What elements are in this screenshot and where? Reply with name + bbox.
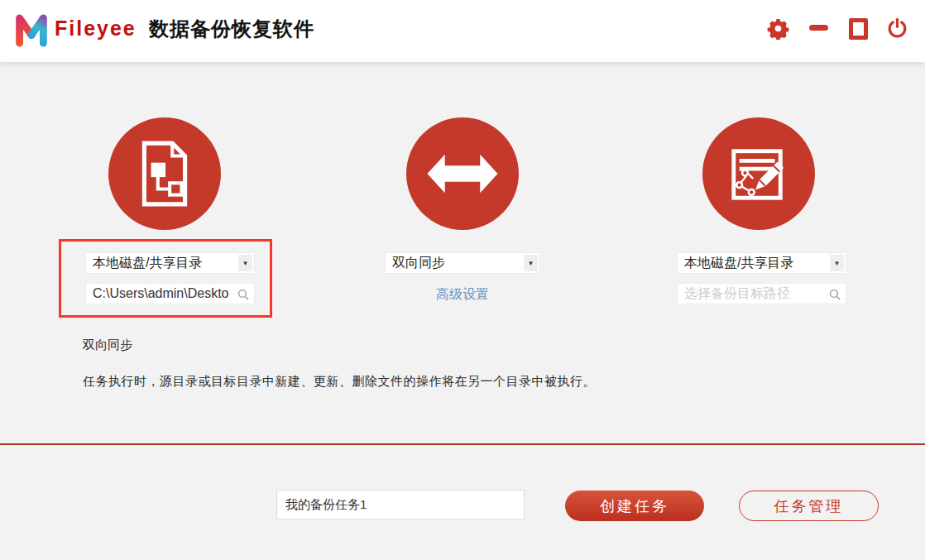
manage-tasks-button[interactable]: 任务管理 [739,491,879,521]
task-name-input[interactable] [276,490,525,519]
chevron-down-icon[interactable]: ▾ [524,255,538,271]
chevron-down-icon[interactable]: ▾ [238,255,252,271]
target-type-value: 本地磁盘/共享目录 [684,253,793,273]
two-way-arrow-icon [423,150,502,198]
red-divider [0,443,925,445]
source-type-value: 本地磁盘/共享目录 [93,253,202,273]
sync-mode-select[interactable]: 双向同步 ▾ [385,252,540,274]
create-task-button[interactable]: 创建任务 [565,491,704,521]
close-button[interactable] [886,17,908,43]
sync-mode-value: 双向同步 [392,253,445,273]
fileyee-window: Fileyee 数据备份恢复软件 [0,0,925,560]
title-bar: Fileyee 数据备份恢复软件 [0,0,925,62]
source-selection-highlight [59,239,272,318]
search-icon[interactable] [829,289,841,300]
target-circle[interactable] [702,117,815,230]
app-title: 数据备份恢复软件 [149,16,314,42]
source-circle[interactable] [108,117,221,230]
advanced-settings-link[interactable]: 高级设置 [385,286,540,304]
search-icon[interactable] [237,289,249,300]
target-path-box [677,283,846,304]
maximize-button[interactable] [849,18,868,40]
target-type-select[interactable]: 本地磁盘/共享目录 ▾ [677,252,846,274]
brand-name: Fileyee [55,17,137,41]
settings-button[interactable] [767,17,789,43]
mode-info-title: 双向同步 [83,337,132,353]
minimize-button[interactable] [809,25,828,31]
power-icon [886,17,908,40]
fileyee-logo-icon [12,7,51,54]
sync-mode-circle[interactable] [406,117,519,230]
source-type-select[interactable]: 本地磁盘/共享目录 ▾ [85,252,255,274]
document-edit-icon [728,143,789,204]
chevron-down-icon[interactable]: ▾ [830,255,844,271]
document-flowchart-icon [139,140,190,208]
mode-info-description: 任务执行时，源目录或目标目录中新建、更新、删除文件的操作将在另一个目录中被执行。 [83,374,596,390]
target-path-input[interactable] [678,284,846,304]
source-path-box [85,283,255,304]
source-path-input[interactable] [86,284,254,304]
gear-icon [767,17,789,40]
